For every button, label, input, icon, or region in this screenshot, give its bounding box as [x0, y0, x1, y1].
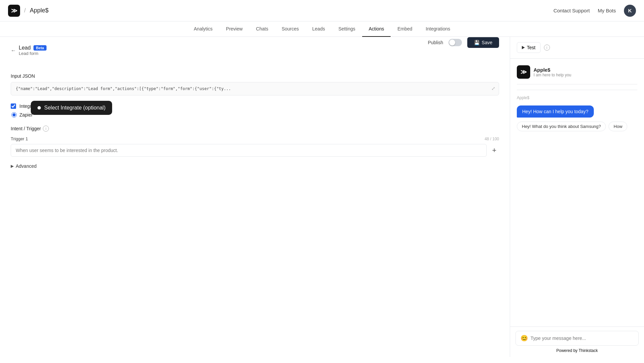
user-avatar[interactable]: K — [624, 5, 636, 17]
emoji-icon[interactable]: 😊 — [520, 335, 528, 342]
intent-info-icon[interactable]: i — [43, 126, 49, 132]
suggestion-chip-1[interactable]: Hey! What do you think about Samsung? — [517, 122, 606, 131]
input-json-label: Input JSON — [11, 73, 499, 79]
chat-info-icon[interactable]: i — [544, 45, 550, 51]
trigger1-input[interactable] — [11, 144, 487, 157]
advanced-row[interactable]: ▶ Advanced — [11, 163, 499, 169]
my-bots-link[interactable]: My Bots — [598, 8, 616, 13]
chat-toolbar: Test i — [510, 37, 644, 59]
chat-source-label: Apple$ — [517, 95, 637, 100]
tab-leads[interactable]: Leads — [306, 21, 332, 37]
bot-sub: I am here to help you — [534, 73, 571, 77]
tab-integrations[interactable]: Integrations — [419, 21, 457, 37]
save-label: Save — [482, 40, 492, 45]
left-panel: ← Lead Beta Lead form Publish 💾 Save — [0, 37, 510, 357]
beta-badge: Beta — [33, 45, 47, 51]
integrate-checkbox[interactable] — [11, 103, 16, 109]
header-slash: / — [24, 7, 26, 14]
add-trigger-button[interactable]: + — [489, 145, 499, 155]
trigger-row: Trigger 1 48 / 100 — [11, 136, 499, 141]
nav-tabs: Analytics Preview Chats Sources Leads Se… — [0, 21, 644, 37]
bot-info: Apple$ I am here to help you — [534, 67, 571, 77]
powered-by: Powered by Thinkstack — [515, 348, 639, 353]
advanced-label: Advanced — [16, 163, 36, 169]
save-disk-icon: 💾 — [474, 40, 480, 45]
top-area: ← Lead Beta Lead form Publish 💾 Save — [11, 45, 499, 64]
app-header: ≫ / Apple$ Contact Support My Bots K — [0, 0, 644, 21]
bot-logo: ≫ — [517, 65, 530, 79]
chat-area: ≫ Apple$ I am here to help you Apple$ He… — [510, 59, 644, 326]
chat-message-input[interactable] — [531, 336, 634, 341]
chat-input-row: 😊 — [515, 331, 639, 346]
intent-text: Intent / Trigger — [11, 126, 41, 131]
tooltip-arrow-icon: ← — [21, 104, 27, 112]
trigger-input-row: + — [11, 144, 499, 157]
tab-chats[interactable]: Chats — [249, 21, 275, 37]
powered-by-label: Powered by — [556, 348, 577, 353]
tooltip-dot — [37, 106, 41, 110]
test-button[interactable]: Test — [517, 42, 541, 53]
trigger1-count: 48 / 100 — [485, 137, 499, 141]
json-input-box[interactable]: {"name":"Lead","description":"Lead form"… — [11, 82, 499, 95]
integrate-row: Integrate ← Select Integrate (optional) — [11, 103, 499, 109]
zapier-radio[interactable] — [11, 112, 17, 118]
app-logo[interactable]: ≫ — [8, 5, 20, 17]
powered-brand: Thinkstack — [579, 348, 598, 353]
tab-settings[interactable]: Settings — [332, 21, 362, 37]
advanced-arrow-icon: ▶ — [11, 164, 14, 168]
tab-embed[interactable]: Embed — [391, 21, 419, 37]
right-panel: Test i ≫ Apple$ I am here to help you Ap… — [510, 37, 644, 357]
publish-save-row: Publish 💾 Save — [428, 37, 499, 48]
toggle-thumb — [449, 40, 455, 46]
tab-preview[interactable]: Preview — [219, 21, 249, 37]
bot-header: ≫ Apple$ I am here to help you — [517, 65, 637, 84]
expand-icon[interactable]: ⤢ — [491, 86, 495, 91]
main-layout: ← Lead Beta Lead form Publish 💾 Save — [0, 37, 644, 357]
publish-toggle[interactable] — [449, 39, 462, 46]
back-button[interactable]: ← — [11, 48, 16, 54]
app-name: Apple$ — [30, 7, 49, 14]
contact-support-link[interactable]: Contact Support — [553, 8, 589, 13]
suggestion-row: Hey! What do you think about Samsung? Ho… — [517, 122, 637, 131]
header-left: ≫ / Apple$ — [8, 5, 49, 17]
header-right: Contact Support My Bots K — [553, 5, 636, 17]
save-button[interactable]: 💾 Save — [467, 37, 499, 48]
tab-sources[interactable]: Sources — [275, 21, 305, 37]
bot-name: Apple$ — [534, 67, 571, 73]
breadcrumb: ← Lead Beta Lead form — [11, 45, 47, 56]
tab-analytics[interactable]: Analytics — [187, 21, 219, 37]
tooltip-text: Select Integrate (optional) — [44, 105, 105, 111]
tab-actions[interactable]: Actions — [362, 21, 391, 37]
play-icon — [522, 46, 525, 49]
chat-input-area: 😊 Powered by Thinkstack — [510, 326, 644, 357]
breadcrumb-subtitle: Lead form — [19, 51, 47, 56]
suggestion-chip-2[interactable]: How — [609, 122, 627, 131]
publish-label: Publish — [428, 40, 443, 45]
tooltip-bubble: ← Select Integrate (optional) — [31, 101, 112, 115]
zapier-label: Zapier — [19, 112, 33, 118]
chat-divider — [517, 90, 637, 90]
breadcrumb-title: Lead — [19, 45, 31, 51]
test-label: Test — [527, 45, 536, 50]
intent-label: Intent / Trigger i — [11, 126, 499, 132]
bot-greeting-bubble: Hey! How can I help you today? — [517, 105, 594, 118]
trigger1-label: Trigger 1 — [11, 136, 28, 141]
json-value: {"name":"Lead","description":"Lead form"… — [16, 86, 231, 91]
